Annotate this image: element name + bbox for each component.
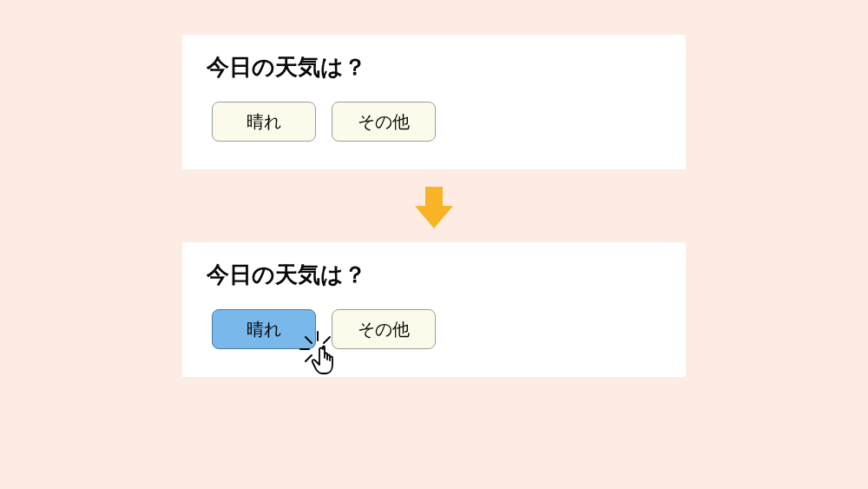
options-row-top: 晴れ その他 [212,102,661,142]
options-row-bottom: 晴れ その他 [212,309,661,349]
question-text: 今日の天気は？ [207,260,661,290]
svg-line-3 [306,355,312,361]
option-other[interactable]: その他 [332,102,436,142]
option-label: 晴れ [247,318,281,341]
question-text: 今日の天気は？ [207,52,661,83]
option-sunny[interactable]: 晴れ [212,102,316,142]
panel-after: 今日の天気は？ 晴れ その他 [182,242,686,377]
option-other[interactable]: その他 [332,309,436,349]
option-label: その他 [358,318,410,341]
arrow-down-icon [182,182,686,234]
svg-line-4 [324,337,330,343]
panel-before: 今日の天気は？ 晴れ その他 [182,35,686,169]
option-label: その他 [358,110,410,134]
option-label: 晴れ [247,110,281,134]
option-sunny-selected[interactable]: 晴れ [212,309,316,349]
